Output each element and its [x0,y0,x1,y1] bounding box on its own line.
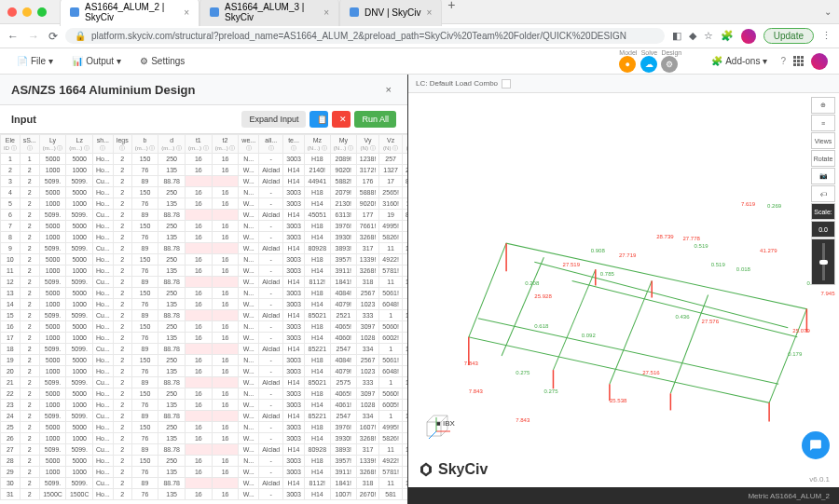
table-cell[interactable]: 250 [158,187,186,198]
table-cell[interactable]: 5826! [379,232,403,243]
table-cell[interactable]: 85021 [304,310,330,321]
table-row[interactable]: 17210001000Ho...2761351616W...-3003H1440… [1,333,408,344]
table-cell[interactable]: 334 [356,344,379,355]
table-cell[interactable]: 16 [186,187,213,198]
table-cell[interactable]: 16 [212,187,239,198]
table-cell[interactable]: 4065! [330,388,356,400]
table-cell[interactable]: Ho... [93,266,114,277]
table-cell[interactable]: 1563! [402,444,407,456]
table-cell[interactable]: 1 [379,310,403,321]
table-cell[interactable]: W... [239,310,259,321]
table-cell[interactable]: 2 [113,254,131,266]
table-cell[interactable]: 16 [186,333,213,344]
table-cell[interactable]: Alclad [259,210,283,221]
table-cell[interactable]: - [259,467,283,478]
table-cell[interactable]: 8112! [304,277,330,288]
table-cell[interactable]: 1339! [356,456,379,467]
table-cell[interactable]: 2 [113,333,131,344]
col-header[interactable]: Lz(m...) ⓘ [66,135,93,154]
table-cell[interactable] [212,243,239,254]
table-cell[interactable]: 11 [1,266,21,277]
table-cell[interactable]: 20 [1,366,21,377]
table-cell[interactable]: 80928 [304,444,330,456]
table-cell[interactable]: 150 [131,355,158,366]
table-row[interactable]: 16250005000Ho...21502501616N...-3003H184… [1,321,408,333]
tab-close-icon[interactable]: × [323,7,329,18]
table-cell[interactable]: 5000 [39,221,66,232]
table-cell[interactable]: 5882! [330,176,356,187]
table-cell[interactable]: 3160! [379,198,403,210]
reload-icon[interactable]: ⟳ [48,30,58,43]
table-cell[interactable]: H14 [283,310,305,321]
table-cell[interactable]: 16 [186,154,213,165]
table-cell[interactable]: - [259,187,283,198]
table-cell[interactable] [212,411,239,422]
table-cell[interactable]: 5826! [379,433,403,444]
table-cell[interactable]: 4084! [330,355,356,366]
table-cell[interactable]: 6002! [379,333,403,344]
table-cell[interactable]: 1000 [66,467,93,478]
table-cell[interactable]: 3003 [283,198,305,210]
table-cell[interactable]: 5000 [39,355,66,366]
table-cell[interactable]: 135 [158,489,186,500]
table-cell[interactable]: 4995! [379,221,403,232]
table-cell[interactable]: 31 [402,154,407,165]
table-cell[interactable]: 23 [1,400,21,411]
table-cell[interactable]: 5099. [39,377,66,388]
table-cell[interactable]: 1550! [402,478,407,489]
chevron-down-icon[interactable]: ⌄ [824,7,832,17]
table-cell[interactable]: 5 [1,198,21,210]
table-cell[interactable]: 16 [212,299,239,310]
table-cell[interactable]: W... [239,366,259,377]
table-cell[interactable]: 1000 [66,299,93,310]
table-cell[interactable]: 1000 [39,400,66,411]
table-cell[interactable]: 11 [379,277,403,288]
table-cell[interactable]: 5000 [66,388,93,400]
table-cell[interactable]: 1500C [39,489,66,500]
table-cell[interactable]: 3268! [356,266,379,277]
table-cell[interactable]: 76 [131,333,158,344]
table-cell[interactable]: Ho... [93,400,114,411]
table-cell[interactable]: 1028 [356,333,379,344]
table-cell[interactable]: 135 [158,165,186,176]
table-cell[interactable]: 484 [402,232,407,243]
col-header[interactable]: b(m...) ⓘ [131,135,158,154]
table-cell[interactable]: 3957! [330,456,356,467]
table-cell[interactable]: - [259,232,283,243]
table-cell[interactable]: 581 [379,489,403,500]
table-cell[interactable]: 2 [20,210,39,221]
table-cell[interactable]: 2 [20,288,39,299]
table-cell[interactable]: 9020! [356,198,379,210]
table-cell[interactable]: 76 [131,299,158,310]
vp-tool-scale-slider[interactable] [811,238,835,285]
table-cell[interactable]: 333 [356,377,379,388]
table-cell[interactable]: 3003 [283,456,305,467]
table-cell[interactable]: 89 [131,344,158,355]
table-cell[interactable]: H14 [304,198,330,210]
table-cell[interactable]: 2 [113,176,131,187]
table-cell[interactable]: W... [239,277,259,288]
table-cell[interactable]: Cu... [93,377,114,388]
table-cell[interactable]: 16 [186,433,213,444]
table-cell[interactable]: 257 [379,154,403,165]
table-cell[interactable]: 150 [131,321,158,333]
table-cell[interactable] [186,277,213,288]
table-cell[interactable]: H14 [283,344,305,355]
table-cell[interactable]: 30 [1,478,21,489]
table-cell[interactable]: 3003 [283,321,305,333]
table-cell[interactable]: 45051 [304,210,330,221]
tab-close-icon[interactable]: × [184,7,189,18]
table-cell[interactable]: 16 [186,456,213,467]
table-cell[interactable]: 3 [1,176,21,187]
vp-tool-menu[interactable]: ≡ [811,115,835,131]
table-cell[interactable]: 88.78 [158,444,186,456]
table-cell[interactable]: 2 [20,243,39,254]
table-cell[interactable]: 16 [186,266,213,277]
table-cell[interactable]: 89 [131,310,158,321]
table-cell[interactable]: 17 [1,333,21,344]
table-cell[interactable]: Ho... [93,456,114,467]
table-cell[interactable]: - [259,400,283,411]
model-badge-icon[interactable]: ● [619,56,636,73]
table-cell[interactable]: 27 [1,444,21,456]
table-cell[interactable]: 16 [212,254,239,266]
